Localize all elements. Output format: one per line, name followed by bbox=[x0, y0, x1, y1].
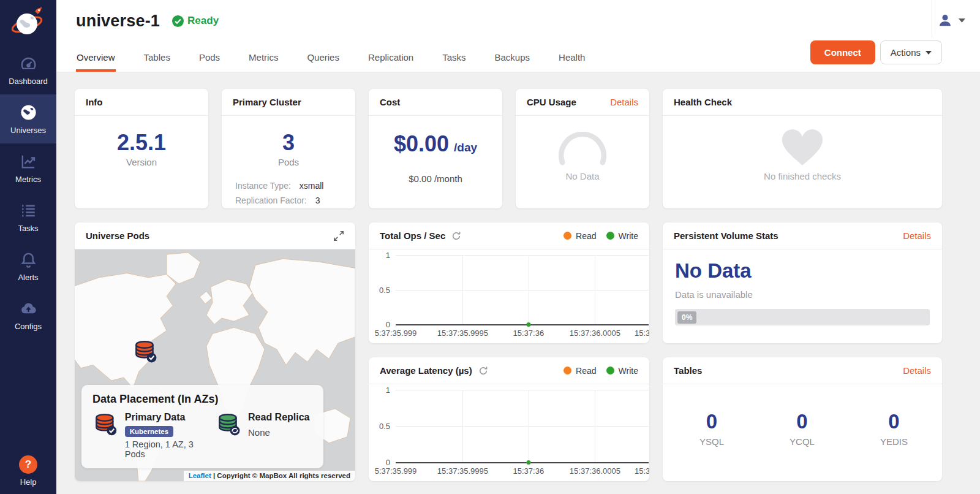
tab-tables[interactable]: Tables bbox=[143, 46, 171, 72]
check-circle-icon bbox=[172, 15, 184, 27]
tab-health[interactable]: Health bbox=[558, 46, 586, 72]
sidebar-item-label: Metrics bbox=[15, 175, 41, 184]
y-tick: 0.5 bbox=[379, 285, 390, 294]
x-tick: 15:37:35.9995 bbox=[437, 329, 488, 338]
connect-button[interactable]: Connect bbox=[810, 40, 875, 64]
pv-details-link[interactable]: Details bbox=[903, 230, 931, 241]
cpu-details-link[interactable]: Details bbox=[610, 97, 638, 107]
read-replica-block: Read Replica None bbox=[216, 412, 309, 459]
tab-queries[interactable]: Queries bbox=[306, 46, 340, 72]
sidebar: Dashboard Universes Metrics bbox=[0, 0, 56, 494]
tab-metrics[interactable]: Metrics bbox=[248, 46, 279, 72]
x-tick: 15:37: bbox=[635, 329, 649, 338]
card-title: Total Ops / Sec bbox=[380, 230, 445, 241]
tab-overview[interactable]: Overview bbox=[76, 46, 116, 72]
pv-value: No Data bbox=[675, 259, 930, 283]
legend-read[interactable]: Read bbox=[564, 366, 596, 376]
card-title: Info bbox=[86, 97, 103, 107]
table-count-yedis: 0 YEDIS bbox=[880, 410, 908, 481]
cost-card: Cost $0.00 /day $0.00 /month bbox=[369, 89, 502, 208]
world-map[interactable]: Data Placement (In AZs) bbox=[75, 249, 355, 481]
actions-dropdown-button[interactable]: Actions bbox=[880, 40, 942, 64]
x-tick: 15:37:36 bbox=[513, 329, 545, 338]
primary-cluster-map-marker[interactable] bbox=[132, 339, 158, 363]
yedis-label: YEDIS bbox=[880, 436, 908, 447]
x-tick: 15:37: bbox=[635, 466, 649, 476]
actions-label: Actions bbox=[891, 47, 921, 58]
legend-write-label: Write bbox=[619, 231, 638, 241]
sidebar-item-label: Dashboard bbox=[9, 77, 48, 86]
legend-write-label: Write bbox=[619, 366, 638, 376]
tab-replication[interactable]: Replication bbox=[368, 46, 414, 72]
health-empty-text: No finished checks bbox=[764, 171, 841, 181]
ycql-label: YCQL bbox=[790, 436, 815, 447]
page-title: universe-1 bbox=[76, 12, 160, 31]
x-tick: 15:37:36.0005 bbox=[570, 466, 620, 476]
cost-month-value: $0.00 /month bbox=[409, 173, 462, 184]
status-label: Ready bbox=[187, 15, 219, 27]
sidebar-item-universes[interactable]: Universes bbox=[0, 94, 56, 143]
tables-details-link[interactable]: Details bbox=[903, 365, 931, 376]
card-title: Average Latency (µs) bbox=[380, 365, 472, 376]
ysql-count: 0 bbox=[706, 410, 717, 433]
sidebar-item-help[interactable]: ? Help bbox=[0, 455, 56, 487]
universe-tabs: Overview Tables Pods Metrics Queries Rep… bbox=[76, 46, 586, 72]
legend-write[interactable]: Write bbox=[606, 231, 638, 241]
chart-legend: Read Write bbox=[564, 231, 638, 241]
ysql-label: YSQL bbox=[699, 436, 724, 447]
pv-progress-bar: 0% bbox=[675, 309, 930, 325]
primary-database-icon bbox=[92, 412, 118, 436]
pv-progress-label: 0% bbox=[677, 311, 696, 324]
tab-backups[interactable]: Backups bbox=[494, 46, 531, 72]
total-ops-chart-card: Total Ops / Sec Read Write bbox=[369, 222, 649, 343]
primary-data-label: Primary Data bbox=[125, 412, 216, 423]
status-badge: Ready bbox=[172, 15, 219, 27]
card-title: Universe Pods bbox=[86, 230, 149, 241]
tab-pods[interactable]: Pods bbox=[198, 46, 221, 72]
y-tick: 0 bbox=[386, 458, 390, 467]
main-area: universe-1 Ready Overview Tables bbox=[56, 0, 980, 494]
sidebar-item-metrics[interactable]: Metrics bbox=[0, 143, 56, 192]
expand-icon[interactable] bbox=[333, 230, 344, 241]
refresh-icon[interactable] bbox=[478, 366, 488, 376]
card-title: Primary Cluster bbox=[233, 97, 301, 107]
legend-read-label: Read bbox=[576, 231, 596, 241]
sidebar-item-dashboard[interactable]: Dashboard bbox=[0, 45, 56, 94]
legend-write[interactable]: Write bbox=[606, 366, 638, 376]
data-placement-panel: Data Placement (In AZs) bbox=[81, 385, 323, 468]
legend-read-label: Read bbox=[576, 366, 596, 376]
refresh-icon[interactable] bbox=[451, 231, 461, 241]
user-menu[interactable] bbox=[937, 12, 965, 28]
sidebar-item-configs[interactable]: Configs bbox=[0, 291, 56, 340]
write-data-point bbox=[526, 460, 530, 465]
chart-legend: Read Write bbox=[564, 366, 638, 376]
version-value: 2.5.1 bbox=[117, 131, 166, 155]
configs-cloud-icon bbox=[20, 300, 37, 317]
leaflet-link[interactable]: Leaflet bbox=[189, 472, 211, 479]
primary-cluster-card: Primary Cluster 3 Pods Instance Type: xs… bbox=[222, 89, 355, 208]
sidebar-item-label: Tasks bbox=[18, 224, 38, 233]
sidebar-nav: Dashboard Universes Metrics bbox=[0, 45, 56, 340]
sidebar-item-alerts[interactable]: Alerts bbox=[0, 241, 56, 291]
card-title: Health Check bbox=[674, 97, 732, 107]
avg-latency-chart-card: Average Latency (µs) Read Write bbox=[369, 357, 649, 481]
x-tick: 5:37:35.999 bbox=[375, 329, 417, 338]
card-title: Cost bbox=[380, 97, 400, 107]
brand-logo[interactable] bbox=[0, 0, 56, 45]
legend-read[interactable]: Read bbox=[564, 231, 596, 241]
read-dot-icon bbox=[564, 367, 571, 374]
y-tick: 1 bbox=[386, 251, 390, 260]
write-dot-icon bbox=[606, 367, 614, 374]
tasks-list-icon bbox=[20, 202, 37, 219]
health-check-card: Health Check No finished checks bbox=[663, 89, 942, 208]
attribution-text: | Copyright © MapBox All rights reserved bbox=[211, 472, 350, 479]
avg-latency-plot-area: 1 0.5 0 5:37:35.999 15:37:35.9995 15:37:… bbox=[369, 384, 649, 481]
cost-day-unit: /day bbox=[454, 141, 477, 154]
sidebar-item-tasks[interactable]: Tasks bbox=[0, 192, 56, 241]
tab-tasks[interactable]: Tasks bbox=[442, 46, 466, 72]
pv-caption: Data is unavailable bbox=[675, 289, 930, 300]
chevron-down-icon bbox=[959, 18, 965, 23]
pods-count-value: 3 bbox=[282, 131, 295, 155]
instance-type-value: xsmall bbox=[300, 181, 324, 191]
cpu-usage-card: CPU Usage Details No Data bbox=[516, 89, 649, 208]
